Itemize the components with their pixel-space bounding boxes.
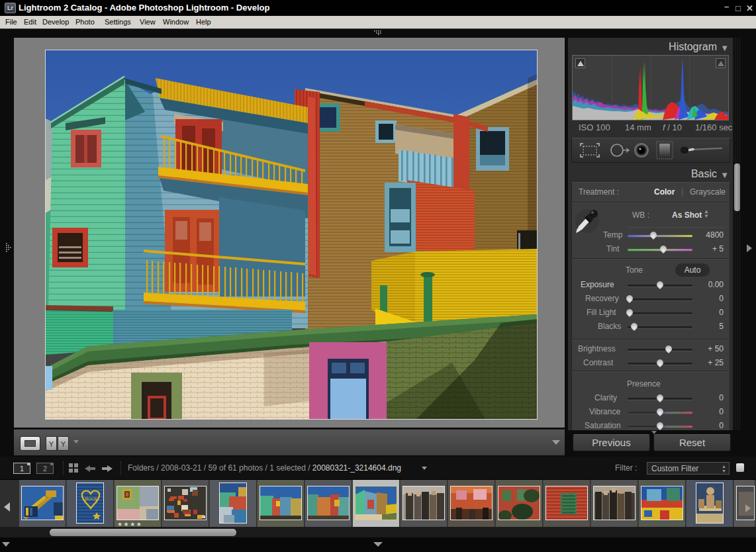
svg-text:Boca: Boca <box>85 496 97 502</box>
